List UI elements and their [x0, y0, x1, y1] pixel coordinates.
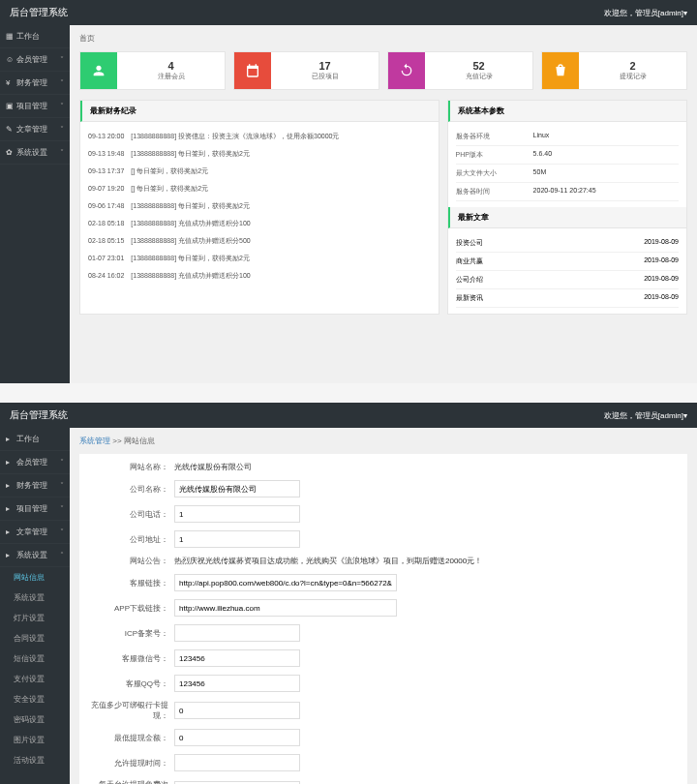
menu-icon: ▸: [6, 504, 14, 513]
menu-icon: ▸: [6, 481, 14, 490]
user-icon: ☺: [6, 55, 14, 64]
article-row[interactable]: 商业共赢2019-08-09: [456, 253, 679, 271]
breadcrumb: 系统管理 >> 网站信息: [79, 436, 687, 446]
sidebar-item-workbench[interactable]: ▦工作台: [0, 25, 70, 48]
sidebar-subitem[interactable]: 合同设置: [0, 628, 70, 648]
sidebar-subitem[interactable]: 密码设置: [0, 709, 70, 730]
sidebar-item-system[interactable]: ✿系统设置˅: [0, 141, 70, 165]
app-title: 后台管理系统: [10, 6, 68, 19]
input-bank-limit[interactable]: [174, 702, 300, 719]
label-qq: 客服QQ号：: [87, 678, 174, 689]
gear-icon: ✿: [6, 148, 14, 157]
site-info-form: 网站名称：光线传媒股份有限公司 公司名称： 公司电话： 公司地址： 网站公告：热…: [79, 454, 687, 784]
sidebar-item[interactable]: ▸财务管理˅: [0, 474, 70, 498]
input-wechat[interactable]: [174, 649, 300, 667]
sidebar-subitem[interactable]: 图片设置: [0, 730, 70, 750]
crumb-link[interactable]: 系统管理: [79, 437, 110, 445]
chevron-down-icon: ˅: [60, 102, 64, 110]
info-row: 最大文件大小50M: [456, 165, 679, 183]
label-company-name: 公司名称：: [87, 484, 174, 495]
card-members[interactable]: 4注册会员: [79, 51, 226, 90]
doc-icon: ✎: [6, 125, 14, 134]
input-company-tel[interactable]: [174, 505, 300, 523]
chevron-icon: ˅: [60, 481, 64, 490]
label-free-times: 每天允许提现免费次数：: [87, 779, 174, 784]
sidebar-subitem[interactable]: 系统设置: [0, 588, 70, 608]
chevron-down-icon: ˅: [60, 55, 64, 64]
sidebar-item[interactable]: ▸会员管理˅: [0, 451, 70, 474]
welcome-text[interactable]: 欢迎您，管理员[admin]▾: [604, 8, 687, 18]
top-header: 后台管理系统 欢迎您，管理员[admin]▾: [0, 403, 697, 428]
sidebar-item-projects[interactable]: ▣项目管理˅: [0, 95, 70, 118]
card-recharge[interactable]: 52充值记录: [387, 51, 533, 90]
app-title: 后台管理系统: [10, 408, 68, 422]
main-content: 首页 4注册会员 17已投项目 52充值记录 2提现记录 最新财务纪录 09-1…: [70, 25, 697, 383]
panel-title: 系统基本参数: [448, 101, 686, 122]
card-withdraw[interactable]: 2提现记录: [541, 51, 687, 90]
input-withdraw-time[interactable]: [174, 754, 300, 771]
sidebar-item[interactable]: ▸系统设置˄: [0, 544, 70, 567]
sidebar-subitem[interactable]: 活动设置: [0, 750, 70, 770]
input-kefu-link[interactable]: [174, 574, 397, 591]
sidebar-subitem[interactable]: 灯片设置: [0, 608, 70, 628]
stats-cards: 4注册会员 17已投项目 52充值记录 2提现记录: [79, 51, 687, 90]
chevron-down-icon: ˅: [60, 148, 64, 157]
menu-icon: ▸: [6, 458, 14, 467]
article-row[interactable]: 投资公司2019-08-09: [456, 234, 679, 253]
input-icp[interactable]: [174, 624, 300, 642]
breadcrumb: 首页: [79, 33, 687, 44]
input-app-link[interactable]: [174, 599, 397, 617]
panel-title: 最新财务纪录: [80, 101, 439, 122]
sidebar-item[interactable]: ▸工作台: [0, 428, 70, 451]
article-row[interactable]: 公司介绍2019-08-09: [456, 271, 679, 289]
input-qq[interactable]: [174, 675, 300, 692]
input-min-withdraw[interactable]: [174, 729, 300, 746]
chevron-icon: ˅: [60, 504, 64, 513]
menu-icon: ▸: [6, 435, 14, 443]
label-icp: ICP备案号：: [87, 628, 174, 639]
label-withdraw-time: 允许提现时间：: [87, 758, 174, 769]
label-wechat: 客服微信号：: [87, 653, 174, 664]
sidebar: ▦工作台 ☺会员管理˅ ¥财务管理˅ ▣项目管理˅ ✎文章管理˅ ✿系统设置˅: [0, 25, 70, 383]
money-icon: ¥: [6, 78, 14, 87]
chevron-icon: ˅: [60, 528, 64, 536]
log-row: 02-18 05:18 [13888888888] 充值成功并赠送积分100: [88, 215, 431, 232]
label-company-tel: 公司电话：: [87, 509, 174, 520]
sidebar-subitem[interactable]: 短信设置: [0, 648, 70, 669]
label-kefu-link: 客服链接：: [87, 578, 174, 588]
card-projects[interactable]: 17已投项目: [233, 51, 379, 90]
top-header: 后台管理系统 欢迎您，管理员[admin]▾: [0, 0, 697, 25]
sidebar-item-finance[interactable]: ¥财务管理˅: [0, 72, 70, 95]
sidebar-subitem[interactable]: 安全设置: [0, 689, 70, 709]
log-row: 09-13 17:37 [] 每日签到，获得奖励2元: [88, 163, 431, 180]
menu-icon: ▸: [6, 551, 14, 559]
sidebar-item-members[interactable]: ☺会员管理˅: [0, 48, 70, 72]
label-company-addr: 公司地址：: [87, 534, 174, 545]
log-row: 09-13 19:48 [13888888888] 每日签到，获得奖励2元: [88, 145, 431, 163]
chevron-down-icon: ˅: [60, 78, 64, 87]
panel-title: 最新文章: [448, 207, 686, 228]
log-row: 09-13 20:00 [13888888888] 投资信息：投资主演《流浪地球…: [88, 128, 431, 145]
input-company-addr[interactable]: [174, 530, 300, 548]
log-row: 08-24 16:02 [13888888888] 充值成功并赠送积分100: [88, 267, 431, 285]
label-app-link: APP下载链接：: [87, 603, 174, 614]
sidebar-item[interactable]: ▸文章管理˅: [0, 521, 70, 544]
welcome-text[interactable]: 欢迎您，管理员[admin]▾: [604, 410, 687, 421]
menu-icon: ▸: [6, 528, 14, 536]
user-icon: [80, 52, 117, 89]
article-row[interactable]: 最新资讯2019-08-09: [456, 289, 679, 308]
calendar-icon: [234, 52, 271, 89]
sidebar-subitem[interactable]: 支付设置: [0, 669, 70, 689]
sidebar-item[interactable]: ▸项目管理˅: [0, 498, 70, 521]
refresh-icon: [388, 52, 425, 89]
sidebar-subitem[interactable]: 网站信息: [0, 567, 70, 588]
input-company-name[interactable]: [174, 480, 300, 498]
log-row: 09-06 17:48 [13888888888] 每日签到，获得奖励2元: [88, 197, 431, 215]
sidebar-item-articles[interactable]: ✎文章管理˅: [0, 118, 70, 141]
value-site-name: 光线传媒股份有限公司: [174, 462, 252, 472]
value-notice: 热烈庆祝光线传媒募资项目达成功能，光线购买《流浪地球》项目，到期后赠送20000…: [174, 556, 482, 566]
system-info-panel: 系统基本参数 服务器环境LinuxPHP版本5.6.40最大文件大小50M服务器…: [447, 100, 687, 315]
log-row: 09-07 19:20 [] 每日签到，获得奖励2元: [88, 180, 431, 197]
info-row: 服务器环境Linux: [456, 128, 679, 146]
label-notice: 网站公告：: [87, 556, 174, 566]
